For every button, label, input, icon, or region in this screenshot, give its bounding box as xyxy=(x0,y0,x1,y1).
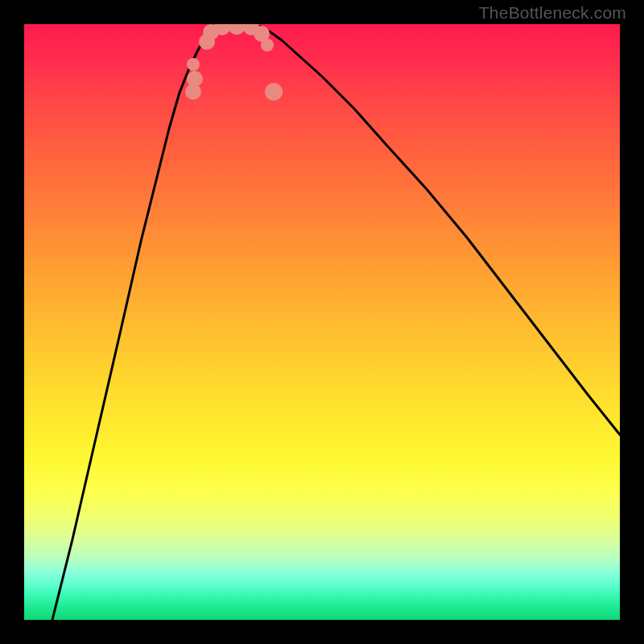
v-curve xyxy=(52,24,620,620)
data-point xyxy=(187,71,203,87)
data-point xyxy=(187,58,200,71)
data-point xyxy=(265,83,283,101)
data-markers xyxy=(185,24,283,101)
chart-frame: TheBottleneck.com xyxy=(0,0,644,644)
data-point xyxy=(228,24,246,35)
plot-area xyxy=(24,24,620,620)
watermark-text: TheBottleneck.com xyxy=(479,3,626,23)
data-point xyxy=(261,39,274,52)
curve-layer xyxy=(24,24,620,620)
bottleneck-curve xyxy=(52,24,620,620)
